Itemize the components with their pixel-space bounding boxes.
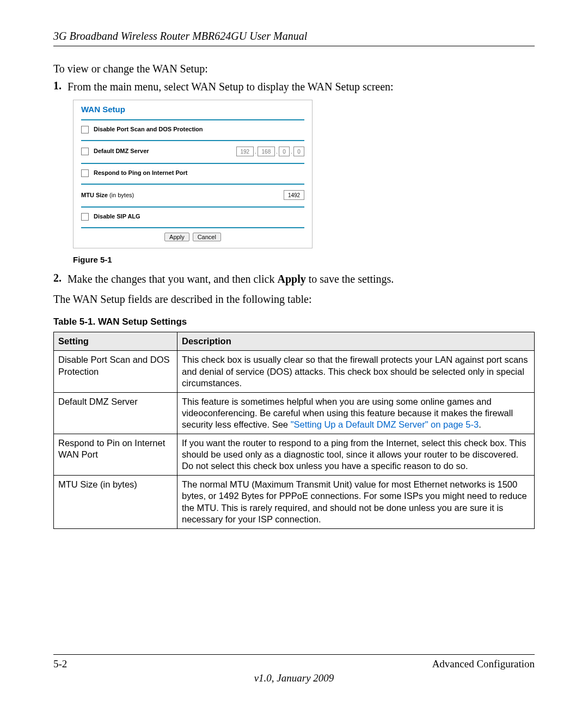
wan-setup-title: WAN Setup <box>81 105 304 114</box>
divider <box>81 184 304 185</box>
checkbox-icon[interactable] <box>81 148 89 155</box>
table-row: MTU Size (in bytes) The normal MTU (Maxi… <box>54 476 535 528</box>
cell-desc: This feature is sometimes helpful when y… <box>177 392 535 434</box>
dos-label: Disable Port Scan and DOS Protection <box>94 126 203 132</box>
apply-button[interactable]: Apply <box>164 233 189 241</box>
divider <box>81 163 304 164</box>
footer-rule <box>53 654 535 655</box>
page-number: 5-2 <box>53 658 67 670</box>
step-2-text: Make the changes that you want, and then… <box>68 272 535 287</box>
step-2-number: 2. <box>53 272 68 287</box>
version: v1.0, January 2009 <box>53 672 535 684</box>
cell-setting: MTU Size (in bytes) <box>54 476 177 528</box>
section-name: Advanced Configuration <box>432 658 535 670</box>
ping-label: Respond to Ping on Internet Port <box>94 169 187 176</box>
divider <box>81 206 304 208</box>
table-title: Table 5-1. WAN Setup Settings <box>53 317 535 327</box>
figure-caption: Figure 5-1 <box>73 255 535 264</box>
checkbox-icon[interactable] <box>81 169 89 177</box>
cell-setting: Respond to Pin on Internet WAN Port <box>54 434 177 476</box>
th-setting: Setting <box>54 332 177 351</box>
divider <box>81 227 304 228</box>
step-1-number: 1. <box>53 80 68 94</box>
dmz-link[interactable]: "Setting Up a Default DMZ Server" on pag… <box>291 419 479 429</box>
sip-label: Disable SIP ALG <box>94 213 140 220</box>
cell-desc: The normal MTU (Maximum Transmit Unit) v… <box>177 476 535 528</box>
page-footer: 5-2 Advanced Configuration v1.0, January… <box>53 654 535 684</box>
checkbox-icon[interactable] <box>81 213 89 221</box>
cell-setting: Default DMZ Server <box>54 392 177 434</box>
step-2-pre: Make the changes that you want, and then… <box>68 273 277 285</box>
desc-post: . <box>479 419 481 429</box>
ip-octet-3[interactable]: 0 <box>279 147 290 156</box>
cell-desc: If you want the router to respond to a p… <box>177 434 535 476</box>
ip-octet-2[interactable]: 168 <box>258 147 275 156</box>
step-2-apply: Apply <box>277 273 305 285</box>
dmz-label: Default DMZ Server <box>94 148 149 154</box>
step-1-text: From the main menu, select WAN Setup to … <box>68 80 535 94</box>
divider <box>81 140 304 141</box>
after-figure-text: The WAN Setup fields are described in th… <box>53 292 535 307</box>
table-row: Respond to Pin on Internet WAN Port If y… <box>54 434 535 476</box>
th-description: Description <box>177 332 535 351</box>
mtu-value-field[interactable]: 1492 <box>284 190 304 200</box>
step-2-post: to save the settings. <box>306 273 394 285</box>
table-row: Default DMZ Server This feature is somet… <box>54 392 535 434</box>
mtu-label: MTU Size <box>81 192 109 198</box>
header-rule <box>53 46 535 46</box>
divider <box>81 119 304 120</box>
cell-setting: Disable Port Scan and DOS Protection <box>54 351 177 392</box>
mtu-sub: (in bytes) <box>109 192 134 198</box>
cell-desc: This check box is usually clear so that … <box>177 351 535 392</box>
checkbox-icon[interactable] <box>81 126 89 133</box>
wan-settings-table: Setting Description Disable Port Scan an… <box>53 332 535 529</box>
ip-octet-1[interactable]: 192 <box>236 147 254 156</box>
dmz-ip-fields: 192. 168. 0. 0 <box>236 147 304 156</box>
wan-setup-screenshot: WAN Setup Disable Port Scan and DOS Prot… <box>73 100 313 248</box>
intro-text: To view or change the WAN Setup: <box>53 62 535 76</box>
ip-octet-4[interactable]: 0 <box>293 147 304 156</box>
running-head: 3G Broadband Wireless Router MBR624GU Us… <box>53 30 535 42</box>
cancel-button[interactable]: Cancel <box>193 233 221 241</box>
table-row: Disable Port Scan and DOS Protection Thi… <box>54 351 535 392</box>
